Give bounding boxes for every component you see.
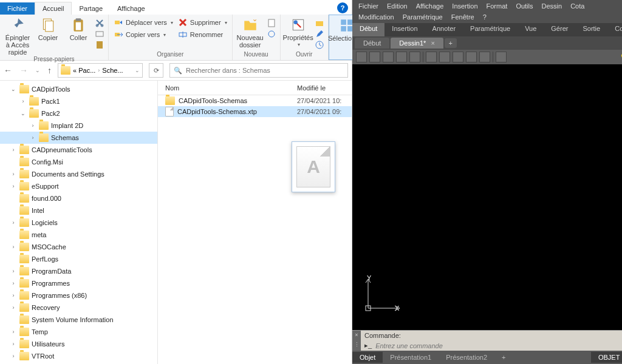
crumb-1[interactable]: « Pac...	[73, 67, 95, 74]
close-icon[interactable]: ×	[431, 39, 434, 47]
paste-shortcut-icon[interactable]	[95, 40, 104, 50]
menu-edition[interactable]: Edition	[387, 2, 408, 10]
model-space-button[interactable]: OBJET	[591, 352, 622, 363]
tree-item-cadpidtools[interactable]: ⌄CADpidTools	[0, 83, 157, 95]
file-list-header[interactable]: Nom Modifié le	[158, 81, 352, 95]
tree-item-programmes[interactable]: ›Programmes	[0, 277, 157, 289]
ribtab-compléments[interactable]: Compléments	[607, 23, 622, 36]
menu-insertion[interactable]: Insertion	[452, 2, 477, 10]
properties-button[interactable]: Propriétés	[284, 16, 312, 48]
file-row[interactable]: CADpidTools-Schemas.xtp27/04/2021 09:	[158, 106, 352, 117]
pin-quick-access-button[interactable]: Épingler à Accès rapide	[4, 16, 32, 56]
tree-item-intel[interactable]: Intel	[0, 204, 157, 217]
delete-button[interactable]: Supprimer	[177, 17, 228, 28]
menu-format[interactable]: Format	[487, 2, 508, 10]
open-icon[interactable]	[315, 18, 324, 28]
tree-item-implant-2d[interactable]: ›Implant 2D	[0, 120, 157, 132]
ribtab-annoter[interactable]: Annoter	[425, 23, 463, 36]
tab-partage[interactable]: Partage	[72, 2, 110, 15]
panel-handle-icon[interactable]: ⋮	[352, 340, 361, 351]
tree-item-recovery[interactable]: ›Recovery	[0, 302, 157, 314]
tree-item-cadpneumatictools[interactable]: ›CADpneumaticTools	[0, 144, 157, 156]
tree-item-pack2[interactable]: ⌄Pack2	[0, 107, 157, 120]
tool-6[interactable]	[426, 52, 437, 62]
forward-button[interactable]: →	[19, 66, 28, 75]
command-input[interactable]	[375, 342, 622, 349]
cut-icon[interactable]	[95, 18, 104, 28]
new-item-icon[interactable]	[267, 18, 276, 28]
tool-2[interactable]	[369, 52, 380, 62]
tree-item-programdata[interactable]: ›ProgramData	[0, 265, 157, 277]
ribtab-début[interactable]: Début	[352, 23, 384, 36]
doc-tab-start[interactable]: Début	[355, 38, 389, 49]
refresh-button[interactable]: ⟳	[149, 63, 163, 78]
menu-outils[interactable]: Outils	[516, 2, 533, 10]
tree-item-meta[interactable]: meta	[0, 229, 157, 241]
tool-5[interactable]	[409, 52, 420, 62]
tree-item-utilisateurs[interactable]: ›Utilisateurs	[0, 338, 157, 350]
tree-item-config-msi[interactable]: Config.Msi	[0, 156, 157, 168]
new-tab-button[interactable]: +	[445, 38, 457, 48]
tree-item-programmes-x86-[interactable]: ›Programmes (x86)	[0, 289, 157, 302]
tool-4[interactable]	[396, 52, 407, 62]
layout-tab-présentation1[interactable]: Présentation1	[383, 352, 439, 363]
move-to-button[interactable]: Déplacer vers	[112, 17, 174, 28]
ribtab-vue[interactable]: Vue	[518, 23, 544, 36]
layout-tab-objet[interactable]: Objet	[352, 352, 383, 363]
ribtab-insertion[interactable]: Insertion	[384, 23, 425, 36]
tab-affichage[interactable]: Affichage	[110, 2, 152, 15]
tree-item-msocache[interactable]: ›MSOCache	[0, 241, 157, 253]
menu-dessin[interactable]: Dessin	[542, 2, 562, 10]
folder-tree[interactable]: ⌄CADpidTools›Pack1⌄Pack2›Implant 2D›Sche…	[0, 81, 158, 364]
menu-help[interactable]: ?	[483, 13, 487, 21]
ribtab-sortie[interactable]: Sortie	[575, 23, 607, 36]
file-row[interactable]: CADpidTools-Schemas27/04/2021 10:	[158, 95, 352, 106]
tree-item-pack1[interactable]: ›Pack1	[0, 95, 157, 107]
up-button[interactable]: ↑	[47, 66, 52, 75]
menu-modification[interactable]: Modification	[358, 13, 394, 21]
tab-fichier[interactable]: Fichier	[0, 2, 35, 15]
menu-affichage[interactable]: Affichage	[416, 2, 444, 10]
breadcrumb[interactable]: « Pac... › Sche... ⌄	[58, 63, 143, 78]
search-input[interactable]	[186, 67, 344, 74]
ribtab-paramétrique[interactable]: Paramétrique	[463, 23, 518, 36]
doc-tab-dessin1[interactable]: Dessin1*×	[391, 38, 443, 49]
tree-item-logiciels[interactable]: ›Logiciels	[0, 217, 157, 229]
add-layout-button[interactable]: +	[494, 352, 513, 363]
help-icon[interactable]: ?	[337, 2, 348, 13]
menu-cota[interactable]: Cota	[570, 2, 584, 10]
new-folder-button[interactable]: Nouveau dossier	[236, 16, 264, 49]
cad-canvas[interactable]: Y X	[352, 64, 622, 330]
panel-close-icon[interactable]: ×	[352, 331, 361, 340]
tool-10[interactable]	[479, 52, 490, 62]
tree-item-found-000[interactable]: found.000	[0, 192, 157, 204]
tool-9[interactable]	[466, 52, 477, 62]
crumb-2[interactable]: Sche...	[102, 67, 123, 74]
col-name-header[interactable]: Nom	[158, 84, 297, 92]
tree-item-esupport[interactable]: ›eSupport	[0, 180, 157, 192]
tool-8[interactable]	[453, 52, 463, 62]
menu-paramétrique[interactable]: Paramétrique	[403, 13, 443, 21]
tree-item-documents-and-settings[interactable]: ›Documents and Settings	[0, 168, 157, 180]
bulb-icon[interactable]: 💡	[620, 53, 622, 61]
layout-tab-présentation2[interactable]: Présentation2	[439, 352, 494, 363]
copy-to-button[interactable]: Copier vers	[112, 29, 174, 40]
tree-item-vtroot[interactable]: ›VTRoot	[0, 350, 157, 362]
copy-button[interactable]: Copier	[34, 16, 62, 41]
tree-item-perflogs[interactable]: PerfLogs	[0, 253, 157, 265]
ribtab-gérer[interactable]: Gérer	[544, 23, 575, 36]
search-box[interactable]: 🔍	[169, 63, 348, 78]
edit-icon[interactable]	[315, 29, 324, 39]
menu-fenêtre[interactable]: Fenêtre	[451, 13, 474, 21]
easy-access-icon[interactable]	[267, 29, 276, 39]
tab-accueil[interactable]: Accueil	[35, 2, 72, 15]
col-modified-header[interactable]: Modifié le	[297, 84, 352, 92]
menu-fichier[interactable]: Fichier	[358, 2, 378, 10]
tree-item-schemas[interactable]: ›Schemas	[0, 132, 157, 144]
back-button[interactable]: ←	[4, 66, 12, 75]
copy-path-icon[interactable]	[95, 29, 104, 39]
paste-button[interactable]: Coller	[64, 16, 92, 41]
recent-dropdown[interactable]: ⌄	[35, 67, 40, 73]
tool-3[interactable]	[383, 52, 394, 62]
tool-1[interactable]	[356, 52, 367, 62]
